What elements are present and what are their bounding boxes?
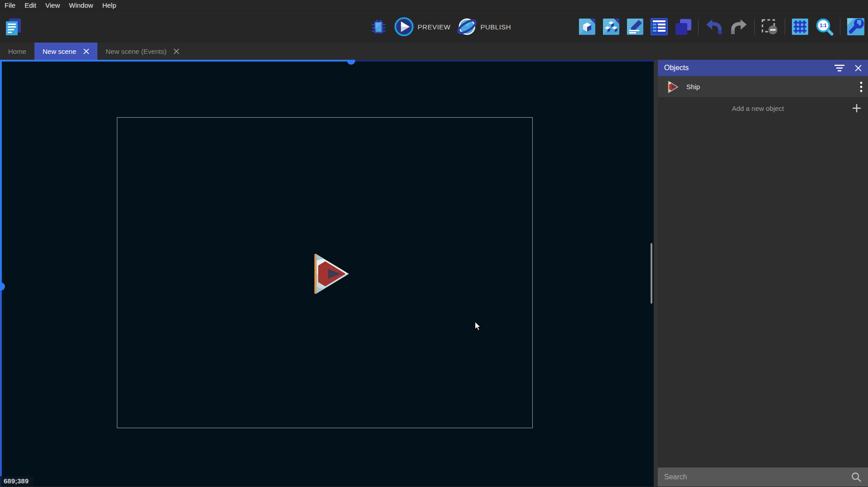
object-name-label: Ship	[686, 83, 860, 91]
close-panel-icon[interactable]	[855, 65, 862, 72]
menu-view[interactable]: View	[45, 1, 60, 9]
tab-new-scene[interactable]: New scene	[34, 43, 97, 60]
ship-sprite-instance[interactable]	[304, 254, 350, 294]
publish-button[interactable]: PUBLISH	[457, 17, 511, 37]
objects-search-bar	[658, 468, 868, 487]
tab-new-scene-label: New scene	[43, 48, 76, 55]
tab-new-scene-events-label: New scene (Events)	[106, 48, 166, 55]
toggle-grid-button[interactable]	[791, 18, 809, 36]
plus-icon	[852, 103, 862, 113]
main-toolbar: PREVIEW PUBLISH	[0, 11, 868, 43]
debug-bug-icon	[370, 18, 388, 36]
instances-list-icon	[650, 18, 668, 36]
objects-editor-icon	[578, 18, 596, 36]
scene-setup-button[interactable]	[846, 17, 865, 36]
objects-panel-empty-area	[658, 119, 868, 468]
open-layers-editor-button[interactable]	[674, 18, 692, 36]
objects-panel-title: Objects	[664, 64, 824, 72]
menu-help[interactable]: Help	[102, 1, 116, 9]
editor-tab-bar: Home New scene New scene (Events)	[0, 43, 868, 60]
tab-new-scene-events[interactable]: New scene (Events)	[97, 43, 188, 60]
publish-globe-icon	[457, 17, 477, 37]
undo-arrow-icon	[704, 18, 723, 35]
toggle-instances-mask-button[interactable]	[761, 18, 779, 35]
panel-vertical-scrollbar[interactable]	[651, 243, 652, 304]
tab-home-label: Home	[8, 48, 26, 55]
objects-panel-header: Objects	[658, 60, 868, 76]
horizontal-scrollbar-thumb[interactable]	[347, 60, 355, 65]
close-tab-icon[interactable]	[83, 48, 89, 54]
kebab-menu-icon[interactable]	[860, 81, 863, 92]
open-objects-editor-button[interactable]	[578, 18, 596, 36]
preview-label: PREVIEW	[418, 23, 451, 31]
add-new-object-button[interactable]: Add a new object	[658, 98, 868, 119]
objects-search-input[interactable]	[664, 473, 851, 481]
debug-button[interactable]	[370, 18, 388, 36]
scene-editor-canvas[interactable]: 689;389	[0, 60, 654, 487]
mouse-cursor-icon	[475, 321, 481, 331]
project-manager-icon	[3, 16, 24, 37]
panel-resize-handle[interactable]	[654, 60, 658, 487]
toolbar-separator	[698, 19, 699, 35]
horizontal-scrollbar-track[interactable]	[351, 60, 654, 62]
menu-file[interactable]: File	[5, 1, 15, 9]
properties-pencil-icon	[626, 18, 644, 36]
preview-button[interactable]: PREVIEW	[394, 17, 451, 37]
open-object-groups-editor-button[interactable]	[602, 18, 620, 36]
vertical-scrollbar-thumb[interactable]	[0, 282, 5, 291]
editor-toolbar-icons: 1:1	[578, 11, 865, 43]
ship-thumbnail-icon	[665, 81, 679, 93]
search-icon[interactable]	[851, 472, 862, 482]
cursor-coordinates-label: 689;389	[0, 476, 33, 487]
layers-icon	[674, 18, 692, 36]
undo-button[interactable]	[704, 18, 723, 35]
zoom-original-button[interactable]: 1:1	[815, 17, 834, 36]
object-list-item-ship[interactable]: Ship	[658, 76, 868, 98]
preview-play-icon	[394, 17, 414, 37]
toolbar-separator	[754, 19, 755, 35]
open-instances-list-button[interactable]	[650, 18, 668, 36]
grid-icon	[791, 18, 809, 36]
toolbar-separator	[785, 19, 785, 35]
scene-setup-wrench-icon	[846, 17, 865, 36]
add-new-object-label: Add a new object	[664, 105, 852, 112]
tab-home[interactable]: Home	[0, 43, 34, 60]
redo-button[interactable]	[729, 18, 748, 35]
instances-mask-icon	[761, 18, 779, 35]
close-tab-icon[interactable]	[174, 48, 179, 54]
filter-icon[interactable]	[834, 64, 845, 72]
launch-buttons: PREVIEW PUBLISH	[370, 11, 511, 43]
object-groups-icon	[602, 18, 620, 36]
project-manager-button[interactable]	[3, 16, 24, 37]
workspace: 689;389 Objects Ship	[0, 60, 868, 487]
zoom-1-1-icon: 1:1	[815, 17, 834, 36]
publish-label: PUBLISH	[480, 23, 511, 31]
menu-edit[interactable]: Edit	[24, 1, 36, 9]
open-properties-button[interactable]	[626, 18, 644, 36]
svg-text:1:1: 1:1	[820, 23, 827, 28]
redo-arrow-icon	[729, 18, 748, 35]
objects-panel: Objects Ship Add a new object	[658, 60, 868, 487]
toolbar-separator	[840, 19, 840, 35]
vertical-scrollbar-track[interactable]	[0, 286, 2, 487]
horizontal-scrollbar-fill[interactable]	[0, 60, 351, 62]
vertical-scrollbar-fill[interactable]	[0, 60, 2, 286]
menu-bar: File Edit View Window Help	[0, 0, 868, 11]
menu-window[interactable]: Window	[69, 1, 93, 9]
